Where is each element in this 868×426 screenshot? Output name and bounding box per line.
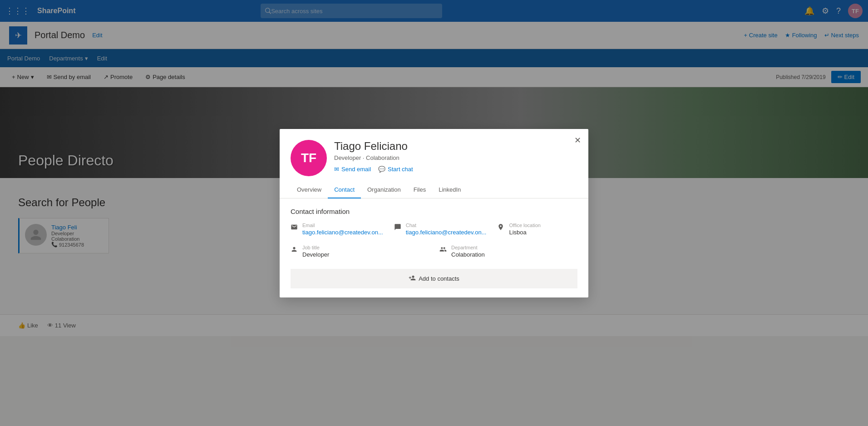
chat-field: Chat tiago.feliciano@createdev.on...	[394, 223, 487, 236]
department-field: Department Colaboration	[439, 245, 577, 258]
modal-avatar: TF	[291, 140, 327, 176]
department-value: Colaboration	[451, 251, 485, 258]
tab-organization[interactable]: Organization	[361, 182, 407, 198]
modal-body: Contact information Email tiago.felician…	[280, 198, 588, 297]
modal-header: TF Tiago Feliciano Developer · Colaborat…	[280, 129, 588, 182]
contact-grid-row2: Job title Developer Department Colaborat…	[291, 245, 577, 258]
modal-actions: ✉ Send email 💬 Start chat	[334, 166, 577, 173]
add-contact-icon	[409, 274, 416, 283]
email-field-content: Email tiago.feliciano@createdev.on...	[302, 223, 383, 236]
department-icon	[439, 246, 447, 255]
chat-field-icon	[394, 223, 401, 233]
tab-contact[interactable]: Contact	[328, 182, 361, 198]
email-label: Email	[302, 223, 383, 228]
office-location-content: Office location Lisboa	[509, 223, 541, 236]
office-location-label: Office location	[509, 223, 541, 228]
modal-person-subtitle: Developer · Colaboration	[334, 154, 577, 161]
chat-label: Chat	[406, 223, 487, 228]
modal-close-button[interactable]: ✕	[572, 134, 583, 146]
location-icon	[497, 223, 504, 233]
office-location-field: Office location Lisboa	[497, 223, 577, 236]
chat-field-content: Chat tiago.feliciano@createdev.on...	[406, 223, 487, 236]
modal-person-name: Tiago Feliciano	[334, 140, 577, 153]
email-icon: ✉	[334, 166, 339, 173]
job-title-field: Job title Developer	[291, 245, 429, 258]
department-content: Department Colaboration	[451, 245, 485, 258]
tab-files[interactable]: Files	[407, 182, 432, 198]
office-location-value: Lisboa	[509, 229, 541, 236]
add-to-contacts-button[interactable]: Add to contacts	[291, 269, 577, 288]
tab-overview[interactable]: Overview	[291, 182, 328, 198]
modal-tabs: Overview Contact Organization Files Link…	[280, 182, 588, 198]
chat-value[interactable]: tiago.feliciano@createdev.on...	[406, 229, 487, 236]
start-chat-button[interactable]: 💬 Start chat	[378, 166, 413, 173]
department-label: Department	[451, 245, 485, 250]
email-value[interactable]: tiago.feliciano@createdev.on...	[302, 229, 383, 236]
chat-icon: 💬	[378, 166, 385, 173]
job-title-value: Developer	[302, 251, 329, 258]
contact-grid-row1: Email tiago.feliciano@createdev.on... Ch…	[291, 223, 577, 236]
email-field-icon	[291, 223, 298, 233]
send-email-button[interactable]: ✉ Send email	[334, 166, 371, 173]
job-title-content: Job title Developer	[302, 245, 329, 258]
job-title-label: Job title	[302, 245, 329, 250]
modal-person-info: Tiago Feliciano Developer · Colaboration…	[334, 140, 577, 173]
tab-linkedin[interactable]: LinkedIn	[432, 182, 467, 198]
contact-modal: ✕ TF Tiago Feliciano Developer · Colabor…	[280, 129, 588, 297]
contact-section-title: Contact information	[291, 208, 577, 215]
modal-overlay[interactable]: ✕ TF Tiago Feliciano Developer · Colabor…	[0, 0, 868, 336]
person-icon	[291, 246, 298, 255]
email-field: Email tiago.feliciano@createdev.on...	[291, 223, 383, 236]
